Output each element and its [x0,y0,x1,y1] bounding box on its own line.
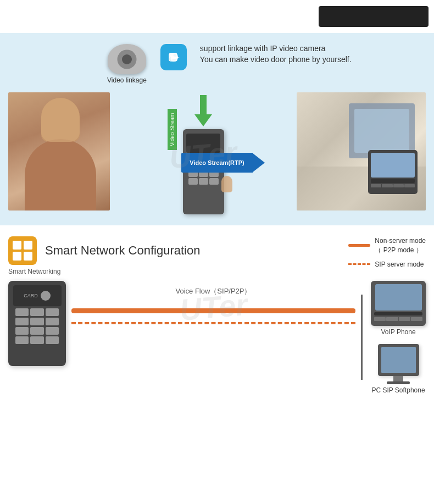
video-section: Video linkage support linkage with IP vi… [0,33,434,225]
network-title: Smart Network Configuration [45,243,200,258]
camera-app-icon [160,44,187,70]
solid-line-icon [348,244,370,247]
dashed-line-icon [348,263,370,265]
pc-softphone-device: PC SIP Softphone [371,344,425,394]
legend-dashed-label: SIP server mode [375,261,424,268]
video-linkage-label: Video linkage [107,76,147,84]
legend-solid-label1: Non-server mode [375,236,426,246]
smart-networking-label: Smart Networking [8,268,426,275]
grid-icon [8,236,37,265]
legend-solid: Non-server mode （ P2P mode ） [348,236,426,255]
voip-label: VoIP Phone [381,328,415,336]
network-diagram: CARD Voice Flow（SIP/P2P） [8,281,426,394]
support-text-line1: support linkage with IP video camera [200,44,352,53]
person-image [8,92,110,211]
intercom-small-device: CARD [8,281,66,366]
dashed-flow-line [71,322,355,324]
network-section: Non-server mode （ P2P mode ） SIP server … [0,225,434,405]
top-strip [0,0,434,33]
voice-flow-label: Voice Flow（SIP/P2P） [176,286,252,296]
support-text-line2: You can make video door phone by yoursel… [200,55,352,64]
top-button[interactable] [319,6,429,27]
vertical-connector [361,295,363,380]
solid-flow-line [71,308,355,313]
legend-dashed: SIP server mode [348,261,426,268]
legend-area: Non-server mode （ P2P mode ） SIP server … [348,236,426,268]
video-stream-label: Video Stream [168,109,177,150]
legend-solid-label2: （ P2P mode ） [375,246,426,255]
pc-label: PC SIP Softphone [371,386,425,394]
office-image [297,92,426,211]
voip-phone-device: VoIP Phone [371,281,426,336]
rtp-label: Video Stream(RTP) [187,159,247,166]
